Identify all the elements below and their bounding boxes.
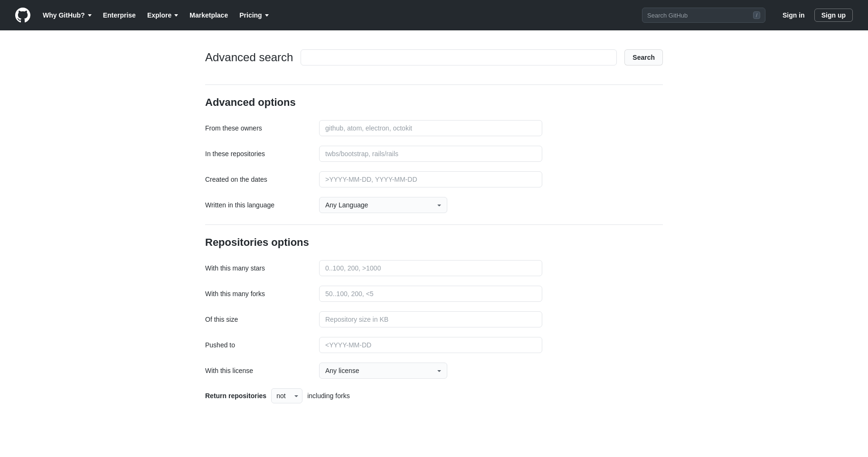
nav-enterprise[interactable]: Enterprise: [98, 8, 141, 23]
language-select[interactable]: Any Language JavaScript TypeScript Pytho…: [319, 197, 447, 213]
chevron-down-icon: [174, 14, 178, 17]
global-search-box: /: [642, 8, 765, 23]
keyboard-shortcut-badge: /: [753, 11, 760, 19]
github-logo: [15, 8, 30, 23]
nav-why-github[interactable]: Why GitHub?: [38, 8, 96, 23]
forks-input[interactable]: [319, 286, 542, 302]
stars-row: With this many stars: [205, 260, 663, 276]
return-repos-select[interactable]: not only: [271, 388, 302, 403]
divider-mid: [205, 224, 663, 225]
advanced-options-heading: Advanced options: [205, 96, 663, 109]
size-input[interactable]: [319, 311, 542, 327]
main-content: Advanced search Search Advanced options …: [194, 30, 674, 422]
license-row: With this license Any license Apache Lic…: [205, 363, 663, 379]
nav-pricing[interactable]: Pricing: [235, 8, 273, 23]
advanced-search-input[interactable]: [301, 49, 617, 65]
return-repos-row: Return repositories not only including f…: [205, 388, 663, 403]
in-repos-row: In these repositories: [205, 146, 663, 162]
pushed-input[interactable]: [319, 337, 542, 353]
signup-button[interactable]: Sign up: [814, 9, 853, 22]
from-owners-input[interactable]: [319, 120, 542, 136]
forks-label: With this many forks: [205, 290, 319, 298]
navbar-nav: Why GitHub? Enterprise Explore Marketpla…: [38, 8, 634, 23]
license-label: With this license: [205, 367, 319, 374]
repos-options-heading: Repositories options: [205, 236, 663, 249]
in-repos-label: In these repositories: [205, 150, 319, 158]
chevron-down-icon: [265, 14, 269, 17]
created-dates-row: Created on the dates: [205, 171, 663, 187]
license-select[interactable]: Any license Apache License 2.0 MIT Licen…: [319, 363, 447, 379]
divider-top: [205, 84, 663, 85]
navbar: Why GitHub? Enterprise Explore Marketpla…: [0, 0, 868, 30]
from-owners-row: From these owners: [205, 120, 663, 136]
nav-marketplace[interactable]: Marketplace: [185, 8, 233, 23]
from-owners-label: From these owners: [205, 124, 319, 132]
chevron-down-icon: [88, 14, 92, 17]
created-dates-label: Created on the dates: [205, 176, 319, 183]
stars-label: With this many stars: [205, 264, 319, 272]
stars-input[interactable]: [319, 260, 542, 276]
signin-button[interactable]: Sign in: [779, 9, 809, 21]
auth-buttons: Sign in Sign up: [779, 9, 853, 22]
return-repos-label: Return repositories: [205, 392, 266, 400]
repos-options-section: Repositories options With this many star…: [205, 236, 663, 403]
created-dates-input[interactable]: [319, 171, 542, 187]
pushed-row: Pushed to: [205, 337, 663, 353]
advanced-options-section: Advanced options From these owners In th…: [205, 96, 663, 213]
search-button[interactable]: Search: [624, 49, 663, 65]
nav-explore[interactable]: Explore: [142, 8, 183, 23]
size-row: Of this size: [205, 311, 663, 327]
global-search-input[interactable]: [647, 12, 750, 19]
size-label: Of this size: [205, 316, 319, 323]
including-forks-text: including forks: [307, 392, 350, 400]
in-repos-input[interactable]: [319, 146, 542, 162]
page-title: Advanced search: [205, 51, 293, 64]
pushed-label: Pushed to: [205, 341, 319, 349]
forks-row: With this many forks: [205, 286, 663, 302]
language-row: Written in this language Any Language Ja…: [205, 197, 663, 213]
language-label: Written in this language: [205, 201, 319, 209]
search-header: Advanced search Search: [205, 49, 663, 65]
